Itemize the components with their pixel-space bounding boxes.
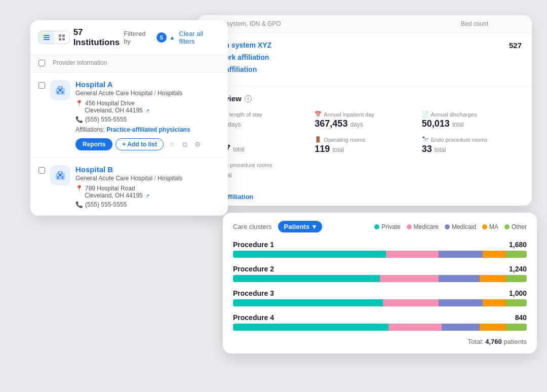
proc-name-2: Procedure 2 xyxy=(233,265,274,273)
procedures-container: Procedure 11,680Procedure 21,240Procedur… xyxy=(233,241,527,331)
hospital-row-b: Hospital B General Acute Care Hospital /… xyxy=(38,165,220,208)
hospital-b-phone: 📞 (555) 555-5555 xyxy=(75,201,220,208)
proc-1-segment-3 xyxy=(439,251,483,258)
medicaid-label: Medicaid xyxy=(452,223,476,230)
svg-rect-10 xyxy=(57,91,59,94)
filtered-by-label: Filtered by xyxy=(124,30,153,45)
total-footer: Total: 4,760 patients xyxy=(233,338,527,345)
institutions-list-card: 57 Institutions Filtered by 5 ▲ Clear al… xyxy=(30,20,228,216)
hospital-a-actions: Reports + Add to list ☆ ⧉ ⚙ xyxy=(75,138,220,150)
svg-rect-13 xyxy=(59,88,61,88)
proc-1-segment-5 xyxy=(506,251,527,258)
hospital-b-info: Hospital B General Acute Care Hospital /… xyxy=(75,165,220,208)
private-label: Private xyxy=(381,223,400,230)
hospital-b-type: General Acute Care Hospital / Hospitals xyxy=(75,175,220,182)
overview-stats-grid: 📊 Avg. length of stay 7.35 days 📅 Annual… xyxy=(208,111,522,180)
grid-view-button[interactable] xyxy=(54,31,69,44)
select-all-checkbox[interactable] xyxy=(38,60,45,66)
card-header: 57 Institutions Filtered by 5 ▲ Clear al… xyxy=(30,20,228,55)
procedure-row-4: Procedure 4840 xyxy=(233,313,527,331)
external-link-icon-a[interactable]: ↗ xyxy=(145,108,149,113)
hospital-b-name[interactable]: Hospital B xyxy=(75,165,220,174)
bed-count-value: 527 xyxy=(509,41,522,50)
hospital-item-a: Hospital A General Acute Care Hospital /… xyxy=(30,73,228,158)
svg-rect-11 xyxy=(62,91,63,94)
proc-bar-2 xyxy=(233,275,527,282)
proc-4-segment-1 xyxy=(233,324,388,331)
hospital-a-checkbox[interactable] xyxy=(38,82,45,89)
chevron-down-icon: ▾ xyxy=(312,223,316,230)
phone-icon-a: 📞 xyxy=(75,116,83,123)
view-toggle[interactable] xyxy=(38,31,69,44)
stat-inpatient-day: 📅 Annual inpatient day 367,453 days xyxy=(315,111,414,129)
hospital-a-icon xyxy=(50,80,70,100)
gear-icon-a[interactable]: ⚙ xyxy=(192,139,203,149)
proc-value-1: 1,680 xyxy=(509,241,527,249)
list-view-button[interactable] xyxy=(39,31,54,44)
hospital-item-b: Hospital B General Acute Care Hospital /… xyxy=(30,158,228,216)
proc-bar-4 xyxy=(233,324,527,331)
proc-4-segment-5 xyxy=(506,324,527,331)
filter-chevron-icon[interactable]: ▲ xyxy=(170,34,175,41)
proc-4-segment-3 xyxy=(442,324,480,331)
patients-dropdown[interactable]: Patients ▾ xyxy=(278,221,323,232)
proc-2-segment-4 xyxy=(480,275,506,282)
location-icon: 📍 xyxy=(75,100,83,107)
operating-rooms-value: 119 total xyxy=(315,144,414,154)
door-icon: 🚪 xyxy=(315,136,322,143)
hospital-a-type: General Acute Care Hospital / Hospitals xyxy=(75,90,220,97)
other-label: Other xyxy=(512,223,527,230)
legend-private: Private xyxy=(374,223,400,230)
svg-rect-1 xyxy=(44,37,50,38)
add-to-list-button-a[interactable]: + Add to list xyxy=(115,138,164,150)
hospital-b-city: Cleveland, OH 44195 ↗ xyxy=(75,192,220,199)
filter-badge: 5 xyxy=(157,32,166,43)
proc-1-segment-1 xyxy=(233,251,386,258)
hospital-row-a: Hospital A General Acute Care Hospital /… xyxy=(38,80,220,150)
overview-info-icon[interactable]: i xyxy=(245,95,252,102)
proc-1-segment-4 xyxy=(483,251,506,258)
svg-rect-5 xyxy=(59,38,61,41)
hospital-a-phone: 📞 (555) 555-5555 xyxy=(75,116,220,123)
proc-2-segment-2 xyxy=(380,275,439,282)
reports-button-a[interactable]: Reports xyxy=(75,138,112,150)
phone-icon-b: 📞 xyxy=(75,201,83,208)
medicare-label: Medicare xyxy=(414,223,439,230)
legend-other: Other xyxy=(504,223,527,230)
proc-4-segment-2 xyxy=(388,324,441,331)
hospital-a-name[interactable]: Hospital A xyxy=(75,80,220,89)
proc-2-segment-5 xyxy=(506,275,527,282)
document-icon: 📄 xyxy=(422,111,429,117)
proc-name-4: Procedure 4 xyxy=(233,313,274,322)
proc-3-segment-2 xyxy=(383,299,439,306)
health-system-section: Health system XYZ Network affiliation GP… xyxy=(198,33,532,86)
clear-filters-link[interactable]: Clear all filters xyxy=(179,30,220,45)
svg-rect-17 xyxy=(57,176,59,179)
svg-rect-18 xyxy=(62,176,63,179)
discharges-label: 📄 Annual discharges xyxy=(422,111,522,117)
procedure-row-2: Procedure 21,240 xyxy=(233,265,527,282)
ma-dot xyxy=(482,224,487,229)
total-label: Total: xyxy=(468,338,484,345)
proc-bar-1 xyxy=(233,251,527,258)
location-icon-b: 📍 xyxy=(75,185,83,192)
health-system-panel: Health system, IDN & GPO Bed count Healt… xyxy=(198,15,532,206)
health-system-column-header: Health system, IDN & GPO xyxy=(208,20,461,27)
legend-medicaid: Medicaid xyxy=(445,223,476,230)
endo-rooms-value: 33 total xyxy=(422,144,522,154)
procedure-row-1: Procedure 11,680 xyxy=(233,241,527,258)
affiliations-link-a[interactable]: Practice-affiliated physicians xyxy=(106,126,190,133)
hospital-b-address: 📍 789 Hospital Road xyxy=(75,185,220,192)
hospital-b-checkbox[interactable] xyxy=(38,167,45,174)
care-clusters-card: Care clusters Patients ▾ Private Medicar… xyxy=(223,213,537,354)
legend-medicare: Medicare xyxy=(407,223,439,230)
copy-icon-a[interactable]: ⧉ xyxy=(180,139,189,150)
external-link-icon-b[interactable]: ↗ xyxy=(145,193,149,199)
medicare-dot xyxy=(407,224,412,229)
svg-rect-4 xyxy=(62,34,65,37)
proc-name-1: Procedure 1 xyxy=(233,241,274,249)
hospital-b-icon xyxy=(50,165,70,185)
gpo-affiliation-bottom: GPO affiliation xyxy=(198,188,532,206)
star-icon-a[interactable]: ☆ xyxy=(167,139,177,149)
ma-label: MA xyxy=(489,223,498,230)
